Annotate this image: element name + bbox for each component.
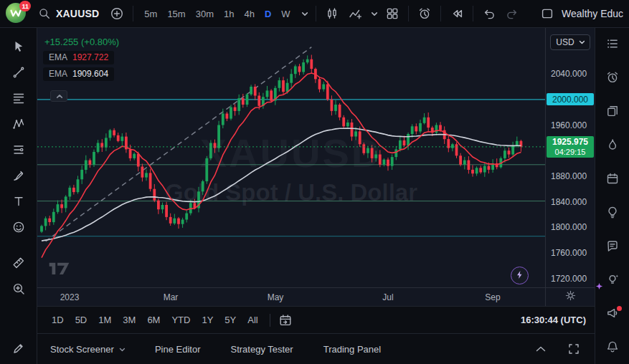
timeframe-30m[interactable]: 30m [191,6,219,22]
undo-icon[interactable] [479,4,499,24]
ideas-sidebar-button[interactable] [605,206,620,221]
news-sidebar-button[interactable] [605,105,620,120]
panel-tab-strategy-tester[interactable]: Strategy Tester [230,344,293,355]
chevron-down-icon[interactable] [368,4,379,24]
save-layout-icon[interactable] [537,4,557,24]
bar-replay-icon[interactable] [447,4,467,24]
chevron-down-icon[interactable] [298,4,310,24]
symbol-name: XAUUSD [56,8,99,19]
fullscreen-icon[interactable] [566,341,582,357]
price-axis[interactable]: USD 2000.000 1925.975 04:29:15 2040.0001… [545,28,595,287]
chart-plot[interactable]: XAUUSD Gold Spot / U.S. Dollar +15.255 (… [37,28,545,287]
zoom-in-icon [11,282,26,299]
position-tool-tool-button[interactable] [9,144,29,158]
compare-add-icon[interactable] [107,4,127,24]
range-1y[interactable]: 1Y [196,312,219,328]
fib-retracement-icon [11,91,26,108]
go-to-date-icon[interactable] [276,311,295,330]
minds-sidebar-button[interactable] [605,274,620,288]
alerts-sidebar-button[interactable] [605,72,620,86]
range-1m[interactable]: 1M [93,312,117,328]
timeframe-4h[interactable]: 4h [239,6,259,22]
lightning-icon [514,269,525,282]
expand-panel-icon[interactable] [533,341,549,357]
clock[interactable]: 16:30:44 (UTC) [521,315,586,325]
toolbar-divider [270,314,270,327]
price-tick: 1800.000 [551,222,587,232]
user-avatar[interactable]: 11 [6,3,27,24]
xabcd-pattern-tool-button[interactable] [9,118,29,133]
zoom-in-tool-button[interactable] [9,283,29,297]
range-all[interactable]: All [242,312,263,328]
trend-line-tool-button[interactable] [9,67,29,81]
ruler-tool-button[interactable] [9,257,29,272]
toolbar-divider [316,6,316,21]
price-tick: 1880.000 [551,171,587,181]
timeframe-1h[interactable]: 1h [219,6,239,22]
tradingview-app: 11 XAUUSD 5m15m30m1h4hDW Wealthy Educ [0,0,629,364]
layout-name[interactable]: Wealthy Educ [562,8,623,19]
watchlist-icon [605,37,620,54]
quick-trade-lightning-button[interactable] [511,267,529,284]
emoji-tool-button[interactable] [9,221,29,236]
range-1d[interactable]: 1D [46,312,70,328]
range-6m[interactable]: 6M [141,312,166,328]
pencil-tool-button[interactable] [9,343,29,357]
drawing-toolbar [0,28,37,364]
chat-sidebar-button[interactable] [605,240,620,254]
panel-tab-label: Trading Panel [323,344,381,355]
text-tool-button[interactable] [9,196,29,210]
collapse-indicators-button[interactable] [50,90,67,102]
right-sidebar [595,28,629,364]
toolbar-divider [473,6,473,21]
announcements-sidebar-button[interactable] [605,307,620,322]
time-axis[interactable]: 2023MarMayJulSep [37,287,595,306]
cursor-tool-button[interactable] [9,41,29,55]
notifications-sidebar-button[interactable] [605,341,620,355]
currency-dropdown[interactable]: USD [550,34,590,50]
range-ytd[interactable]: YTD [166,312,196,328]
range-5d[interactable]: 5D [70,312,93,328]
unread-dot [617,306,622,311]
panel-tab-trading-panel[interactable]: Trading Panel [323,344,381,355]
brush-icon [11,168,26,186]
tradingview-logo[interactable] [47,261,72,279]
position-tool-icon [11,143,26,160]
timeframe-W[interactable]: W [276,6,295,22]
timeframe-15m[interactable]: 15m [162,6,190,22]
chart-settings-corner[interactable] [545,288,595,306]
toolbar-divider [440,6,441,21]
text-icon [11,194,26,211]
gear-icon [564,289,577,305]
panel-tab-pine-editor[interactable]: Pine Editor [155,344,201,355]
redo-icon[interactable] [502,4,522,24]
calendar-sidebar-button[interactable] [605,173,620,187]
bottom-panel-controls [533,341,582,357]
pencil-icon [11,341,26,358]
chart-type-candles-icon[interactable] [322,4,342,24]
chart-row: XAUUSD Gold Spot / U.S. Dollar +15.255 (… [37,28,595,287]
panel-tab-stock-screener[interactable]: Stock Screener [50,344,125,355]
create-alert-icon[interactable] [415,4,435,24]
range-3m[interactable]: 3M [117,312,141,328]
range-5y[interactable]: 5Y [219,312,242,328]
timeframe-D[interactable]: D [260,6,276,22]
timeframe-5m[interactable]: 5m [139,6,162,22]
time-labels: 2023MarMayJulSep [37,288,545,306]
ema-legend-row[interactable]: EMA1927.722 [43,51,114,64]
brush-tool-button[interactable] [9,170,29,184]
hotlists-sidebar-button[interactable] [605,139,620,153]
ema-value: 1927.722 [72,52,108,62]
fib-retracement-tool-button[interactable] [9,92,29,107]
watchlist-sidebar-button[interactable] [605,38,620,52]
symbol-search-button[interactable]: XAUUSD [33,4,104,24]
chart-area: XAUUSD Gold Spot / U.S. Dollar +15.255 (… [37,28,595,364]
ema-label: EMA [49,52,67,62]
ema-legend-row[interactable]: EMA1909.604 [43,67,114,81]
indicators-icon[interactable] [345,4,365,24]
layout-grid-icon[interactable] [382,4,402,24]
price-tick: 1960.000 [551,120,587,130]
top-toolbar: 11 XAUUSD 5m15m30m1h4hDW Wealthy Educ [0,0,629,28]
time-tick: 2023 [60,292,80,302]
hotlists-icon [605,138,620,155]
